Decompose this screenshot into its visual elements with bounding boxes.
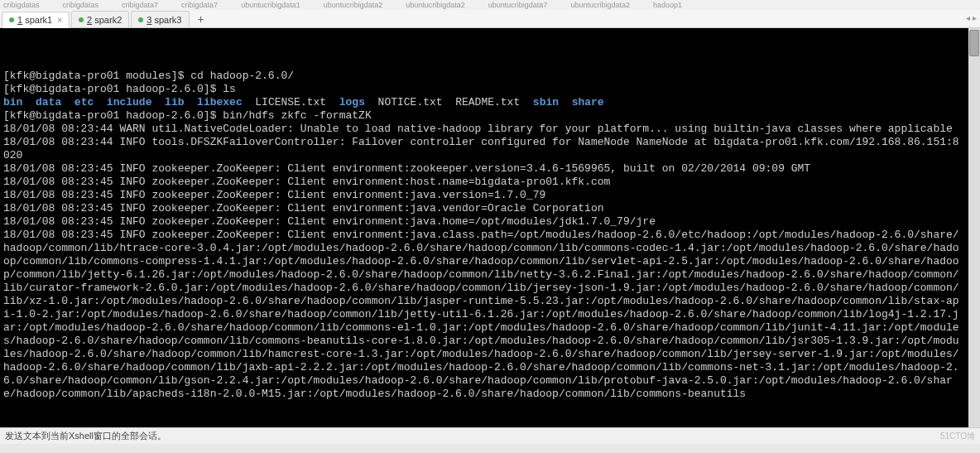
tab-number: 3 xyxy=(147,15,151,25)
status-bar: 发送文本到当前Xshell窗口的全部会话。 51CTO博 xyxy=(0,427,980,444)
terminal-content: [kfk@bigdata-pro01 modules]$ cd hadoop-2… xyxy=(3,70,977,401)
log-line: 18/01/08 08:23:45 INFO zookeeper.ZooKeep… xyxy=(3,176,610,188)
terminal-scrollbar[interactable] xyxy=(968,28,980,427)
tab-label: spark2 xyxy=(94,15,122,25)
status-text: 发送文本到当前Xshell窗口的全部会话。 xyxy=(5,430,166,442)
tab-number: 1 xyxy=(17,15,22,25)
log-line: 18/01/08 08:23:45 INFO zookeeper.ZooKeep… xyxy=(3,229,959,400)
close-icon[interactable]: × xyxy=(57,16,62,25)
shell-prompt: [kfk@bigdata-pro01 hadoop-2.6.0]$ xyxy=(3,109,223,122)
watermark-text: 51CTO博 xyxy=(940,431,975,442)
log-line: 18/01/08 08:23:45 INFO zookeeper.ZooKeep… xyxy=(3,189,545,201)
log-line: 18/01/08 08:23:45 INFO zookeeper.ZooKeep… xyxy=(3,202,604,214)
ls-entry: sbin xyxy=(533,96,559,108)
command-text: cd hadoop-2.6.0/ xyxy=(190,70,294,82)
ls-entry: share xyxy=(572,96,604,108)
ls-entry: NOTICE.txt xyxy=(378,96,443,108)
tab-spark2[interactable]: 2 spark2 xyxy=(71,11,129,27)
ls-entry: lib xyxy=(165,96,184,108)
ls-entry: libexec xyxy=(197,96,243,108)
ls-entry: etc xyxy=(74,96,94,108)
tab-scroll-arrows[interactable]: ◂ ▸ xyxy=(966,13,977,22)
tab-spark3[interactable]: 3 spark3 xyxy=(131,11,189,27)
tab-number: 2 xyxy=(87,15,92,25)
tab-spark1[interactable]: 1 spark1 × xyxy=(2,12,70,28)
tab-label: spark1 xyxy=(25,15,52,25)
status-dot-icon xyxy=(138,17,143,22)
command-text: ls xyxy=(223,83,236,95)
add-tab-button[interactable]: + xyxy=(191,11,211,27)
shell-prompt: [kfk@bigdata-pro01 hadoop-2.6.0]$ xyxy=(3,83,223,95)
session-tab-bar: 1 spark1 × 2 spark2 3 spark3 + ◂ ▸ xyxy=(0,10,980,28)
ls-entry: bin xyxy=(3,96,22,108)
log-line: 18/01/08 08:23:45 INFO zookeeper.ZooKeep… xyxy=(3,162,810,175)
ls-entry: README.txt xyxy=(455,96,520,108)
scrollbar-thumb[interactable] xyxy=(969,30,979,56)
terminal-output[interactable]: [kfk@bigdata-pro01 modules]$ cd hadoop-2… xyxy=(0,28,980,427)
command-text: bin/hdfs zkfc -formatZK xyxy=(223,109,371,122)
upper-tab-row: cribigdatascribigdatascribigdata7cribigd… xyxy=(0,0,980,10)
ls-entry: include xyxy=(107,96,152,108)
log-line: 18/01/08 08:23:44 INFO tools.DFSZKFailov… xyxy=(3,136,959,161)
tab-label: spark3 xyxy=(154,15,181,25)
log-line: 18/01/08 08:23:45 INFO zookeeper.ZooKeep… xyxy=(3,215,656,228)
ls-entry: data xyxy=(36,96,61,108)
shell-prompt: [kfk@bigdata-pro01 modules]$ xyxy=(3,70,190,82)
status-dot-icon xyxy=(9,17,14,22)
ls-entry: LICENSE.txt xyxy=(255,96,326,108)
ls-entry: logs xyxy=(339,96,365,108)
status-dot-icon xyxy=(79,17,84,22)
log-line: 18/01/08 08:23:44 WARN util.NativeCodeLo… xyxy=(3,123,953,135)
